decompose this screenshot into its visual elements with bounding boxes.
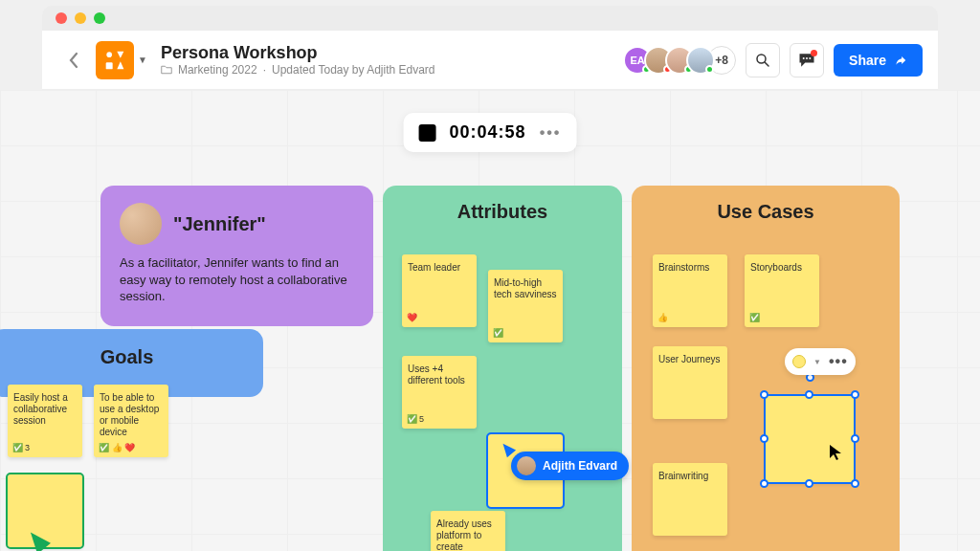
resize-handle-nw[interactable]	[760, 390, 768, 399]
svg-point-4	[757, 55, 766, 63]
svg-marker-3	[117, 61, 123, 69]
maximize-window-icon[interactable]	[94, 12, 105, 24]
svg-rect-2	[106, 62, 113, 69]
doc-title[interactable]: Persona Workshop	[161, 43, 631, 63]
meta-separator: ·	[263, 63, 266, 77]
svg-line-5	[765, 62, 768, 66]
collaborator-name: Adjith Edvard	[543, 459, 617, 473]
window-chrome	[42, 6, 938, 31]
resize-handle-n[interactable]	[805, 390, 813, 399]
mouse-cursor-icon	[829, 444, 842, 461]
svg-point-8	[809, 56, 811, 58]
minimize-window-icon[interactable]	[75, 12, 86, 24]
sticky-attr-1[interactable]: Team leader ❤️	[402, 254, 477, 327]
timer-value: 00:04:58	[450, 122, 526, 143]
sticky-reactions: ✅	[749, 313, 760, 323]
sticky-text: Storyboards	[750, 262, 813, 274]
persona-desc: As a facilitator, Jennifer wants to find…	[120, 254, 354, 305]
persona-board[interactable]: "Jennifer" As a facilitator, Jennifer wa…	[100, 186, 373, 326]
resize-handle-w[interactable]	[760, 434, 768, 443]
sticky-uc-3[interactable]: User Journeys	[653, 346, 727, 419]
reaction-count: 3	[25, 443, 30, 453]
resize-handle-ne[interactable]	[851, 390, 859, 399]
presence-dot	[705, 65, 714, 74]
search-button[interactable]	[746, 43, 780, 77]
sticky-text: To be able to use a desktop or mobile de…	[100, 392, 163, 438]
usecases-title: Use Cases	[647, 201, 884, 223]
sticky-attr-3[interactable]: Uses +4 different tools ✅ 5	[402, 356, 477, 429]
resize-handle-s[interactable]	[805, 479, 813, 488]
sticky-text: Easily host a collaborative session	[13, 392, 77, 427]
doc-meta: Marketing 2022 · Updated Today by Adjith…	[161, 63, 631, 77]
attributes-title: Attributes	[398, 201, 607, 223]
sticky-uc-2[interactable]: Storyboards ✅	[745, 254, 819, 327]
usecases-board[interactable]: Use Cases Brainstorms 👍 Storyboards ✅ Us…	[632, 186, 900, 551]
sticky-color-picker[interactable]: ▼ •••	[785, 348, 856, 375]
sticky-text: Brainwriting	[658, 471, 722, 482]
attributes-board[interactable]: Attributes Team leader ❤️ Mid-to-high te…	[383, 186, 622, 551]
timer-pill[interactable]: 00:04:58 •••	[404, 113, 577, 152]
folder-name[interactable]: Marketing 2022	[178, 63, 257, 77]
stop-icon[interactable]	[419, 124, 436, 142]
goals-board[interactable]: Goals Easily host a collaborative sessio…	[0, 329, 263, 397]
avatar-user4[interactable]	[686, 46, 715, 75]
sticky-reactions: ✅ 5	[407, 414, 424, 425]
svg-point-7	[806, 56, 808, 58]
sticky-text: Mid-to-high tech savviness	[494, 277, 557, 300]
logo-dropdown-icon[interactable]: ▼	[138, 55, 147, 65]
sticky-goals-2[interactable]: To be able to use a desktop or mobile de…	[94, 385, 168, 457]
presence-avatars[interactable]: EA +8	[631, 46, 736, 75]
resize-handle-e[interactable]	[851, 434, 859, 443]
sticky-uc-1[interactable]: Brainstorms 👍	[653, 254, 727, 327]
persona-name: "Jennifer"	[173, 213, 266, 235]
share-button[interactable]: Share	[834, 44, 923, 77]
collaborator-avatar	[517, 456, 536, 475]
app-logo[interactable]	[96, 41, 134, 79]
chevron-down-icon[interactable]: ▼	[813, 358, 821, 366]
persona-header: "Jennifer"	[120, 203, 354, 245]
folder-icon	[161, 64, 172, 76]
right-controls: EA +8 Share	[631, 43, 923, 77]
comments-button[interactable]	[790, 43, 824, 77]
sticky-uc-new-selected[interactable]	[766, 396, 854, 482]
timer-more-icon[interactable]: •••	[540, 124, 562, 142]
sticky-reactions: ✅	[493, 328, 503, 339]
sticky-text: Brainstorms	[658, 262, 722, 274]
sticky-text: Team leader	[408, 262, 471, 274]
avatar-initials: EA	[630, 55, 644, 66]
canvas[interactable]: 00:04:58 ••• "Jennifer" As a facilitator…	[0, 90, 980, 551]
title-block: Persona Workshop Marketing 2022 · Update…	[161, 43, 631, 77]
sticky-text: Uses +4 different tools	[408, 364, 471, 386]
sticky-attr-4[interactable]: Already uses platform to create	[431, 511, 505, 551]
close-window-icon[interactable]	[56, 12, 67, 24]
sticky-reactions: ❤️	[407, 313, 417, 323]
topbar: ▼ Persona Workshop Marketing 2022 · Upda…	[42, 31, 938, 90]
sticky-text: User Journeys	[658, 354, 722, 365]
color-swatch[interactable]	[792, 355, 806, 368]
share-label: Share	[849, 53, 886, 68]
sticky-uc-4[interactable]: Brainwriting	[653, 463, 727, 536]
share-icon	[894, 54, 907, 67]
updated-text: Updated Today by Adjith Edvard	[272, 63, 435, 77]
back-button[interactable]	[57, 44, 90, 77]
resize-handle-sw[interactable]	[760, 479, 768, 488]
goals-title: Goals	[6, 346, 248, 368]
collaborator-cursor-tag: Adjith Edvard	[511, 452, 629, 480]
sticky-reactions: 👍	[657, 313, 668, 323]
sticky-reactions: ✅ 3	[12, 443, 30, 453]
sticky-more-icon[interactable]: •••	[829, 353, 848, 370]
reaction-count: 5	[419, 414, 424, 425]
sticky-goals-1[interactable]: Easily host a collaborative session ✅ 3	[8, 385, 82, 457]
sticky-text: Already uses platform to create	[436, 518, 500, 551]
svg-marker-1	[117, 51, 123, 57]
svg-point-0	[106, 52, 112, 57]
svg-point-6	[803, 56, 805, 58]
sticky-attr-2[interactable]: Mid-to-high tech savviness ✅	[488, 270, 563, 342]
resize-handle-se[interactable]	[851, 479, 859, 488]
sticky-reactions: ✅ 👍 ❤️	[99, 443, 135, 453]
persona-avatar	[120, 203, 162, 245]
notification-dot	[811, 50, 817, 56]
